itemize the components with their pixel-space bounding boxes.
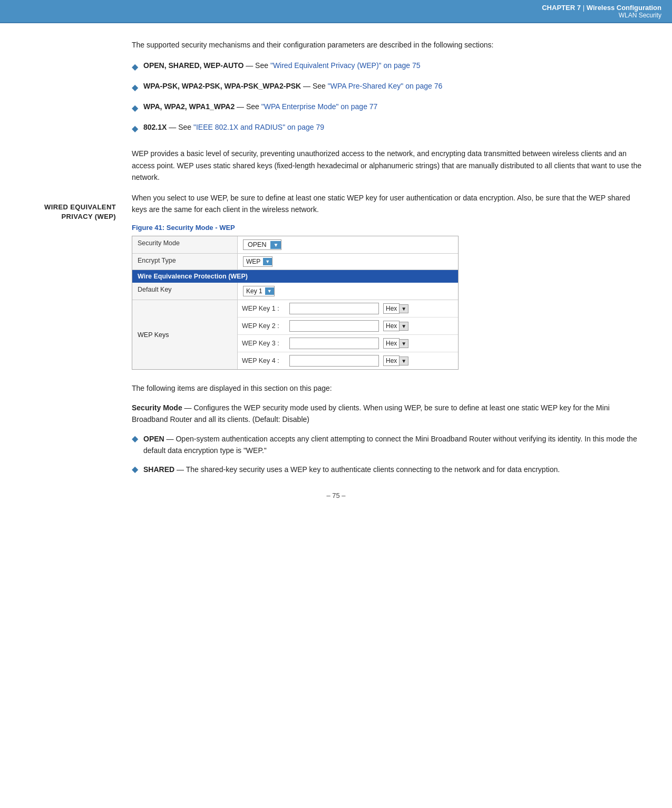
open-bold: OPEN (143, 435, 164, 443)
security-mode-desc: — Configures the WEP security mode used … (132, 403, 610, 424)
shared-bold: SHARED (143, 465, 174, 474)
link-wpa-psk[interactable]: "WPA Pre-Shared Key" on page 76 (328, 82, 442, 90)
open-desc-text: OPEN — Open-system authentication accept… (143, 433, 646, 457)
page-footer: – 75 – (0, 483, 672, 505)
wep-key-3-name: WEP Key 3 : (242, 340, 289, 347)
security-mode-label: Security Mode (132, 236, 238, 253)
bullet-icon: ◆ (132, 61, 138, 73)
shared-desc: — The shared-key security uses a WEP key… (174, 465, 560, 474)
wep-keys-section: WEP Keys WEP Key 1 : Hex ▼ WEP Key 2 : (132, 300, 458, 369)
wep-key-1-format: Hex ▼ (383, 303, 408, 314)
list-item: ◆ WPA-PSK, WPA2-PSK, WPA-PSK_WPA2-PSK — … (132, 81, 646, 94)
encrypt-type-value: WEP ▼ (238, 254, 458, 270)
list-item: ◆ 802.1X — See "IEEE 802.1X and RADIUS" … (132, 122, 646, 135)
wep-key-1-format-value: Hex (383, 303, 400, 314)
encrypt-type-row: Encrypt Type WEP ▼ (132, 254, 458, 270)
open-bullet-item: ◆ OPEN — Open-system authentication acce… (132, 433, 646, 457)
wep-key-3-format: Hex ▼ (383, 338, 408, 349)
header-title: Wireless Configuration (587, 4, 661, 12)
bullet-icon: ◆ (132, 122, 138, 135)
bullet-bold-1: OPEN, SHARED, WEP-AUTO (143, 61, 244, 70)
sidebar-section-title: WIRED EQUIVALENT PRIVACY (WEP) (11, 203, 116, 222)
wep-key-1-name: WEP Key 1 : (242, 305, 289, 312)
wep-para2: When you select to use WEP, be sure to d… (132, 192, 646, 216)
link-wep[interactable]: "Wired Equivalent Privacy (WEP)" on page… (270, 61, 421, 70)
security-mode-row: Security Mode OPEN ▼ (132, 236, 458, 254)
wep-key-4-format: Hex ▼ (383, 355, 408, 366)
header-subtitle: WLAN Security (0, 12, 661, 19)
bullet-icon: ◆ (132, 102, 138, 114)
wep-key-row-1: WEP Key 1 : Hex ▼ (238, 300, 458, 318)
left-sidebar: WIRED EQUIVALENT PRIVACY (WEP) (0, 23, 121, 483)
wep-key-4-name: WEP Key 4 : (242, 357, 289, 364)
default-key-label: Default Key (132, 283, 238, 300)
wep-key-4-format-value: Hex (383, 355, 400, 366)
wep-key-2-format-arrow-icon[interactable]: ▼ (400, 322, 408, 331)
list-item: ◆ WPA, WPA2, WPA1_WPA2 — See "WPA Enterp… (132, 101, 646, 114)
header-separator: | (583, 4, 587, 12)
wep-key-4-format-arrow-icon[interactable]: ▼ (400, 357, 408, 365)
default-key-dropdown[interactable]: Key 1 ▼ (243, 286, 275, 296)
default-key-value: Key 1 ▼ (238, 283, 458, 300)
bullet-icon: ◆ (132, 434, 138, 444)
bullet-bold-3: WPA, WPA2, WPA1_WPA2 (143, 102, 235, 111)
link-wpa-enterprise[interactable]: "WPA Enterprise Mode" on page 77 (261, 102, 378, 111)
wep-key-1-format-arrow-icon[interactable]: ▼ (400, 304, 408, 313)
link-8021x[interactable]: "IEEE 802.1X and RADIUS" on page 79 (193, 123, 324, 131)
bullet-list: ◆ OPEN, SHARED, WEP-AUTO — See "Wired Eq… (132, 60, 646, 135)
wep-key-row-2: WEP Key 2 : Hex ▼ (238, 318, 458, 335)
main-content: The supported security mechanisms and th… (121, 23, 672, 483)
wep-figure: Security Mode OPEN ▼ Encrypt Type WEP ▼ (132, 236, 459, 370)
key1-dropdown-arrow-icon: ▼ (265, 287, 274, 295)
wep-key-row-3: WEP Key 3 : Hex ▼ (238, 335, 458, 352)
bullet-text: OPEN, SHARED, WEP-AUTO — See "Wired Equi… (143, 60, 421, 71)
encrypt-type-label: Encrypt Type (132, 254, 238, 270)
wep-key-2-format-value: Hex (383, 321, 400, 331)
security-mode-desc-para: Security Mode — Configures the WEP secur… (132, 402, 646, 426)
security-mode-desc-bold: Security Mode (132, 403, 182, 412)
wep-key-3-format-arrow-icon[interactable]: ▼ (400, 339, 408, 348)
shared-desc-text: SHARED — The shared-key security uses a … (143, 464, 560, 475)
wep-key-2-format: Hex ▼ (383, 321, 408, 331)
encrypt-type-dropdown[interactable]: WEP ▼ (243, 256, 272, 267)
wep-key-3-format-value: Hex (383, 338, 400, 349)
page-header: CHAPTER 7 | Wireless Configuration WLAN … (0, 0, 672, 23)
wep-keys-label-cell: WEP Keys (132, 300, 238, 369)
open-desc: — Open-system authentication accepts any… (143, 435, 637, 455)
wep-key-4-input[interactable] (289, 355, 379, 367)
dropdown-arrow-icon: ▼ (270, 241, 281, 249)
following-items-text: The following items are displayed in thi… (132, 382, 646, 394)
chapter-label: CHAPTER 7 | Wireless Configuration (542, 3, 661, 12)
security-mode-selected: OPEN (244, 240, 270, 249)
security-mode-value: OPEN ▼ (238, 236, 458, 253)
wep-key-2-input[interactable] (289, 320, 379, 332)
bullet-icon: ◆ (132, 81, 138, 94)
bullet-text: WPA-PSK, WPA2-PSK, WPA-PSK_WPA2-PSK — Se… (143, 81, 442, 92)
page-number: – 75 – (326, 492, 345, 499)
wep-keys-label: WEP Keys (132, 300, 237, 369)
bullet-text: 802.1X — See "IEEE 802.1X and RADIUS" on… (143, 122, 324, 133)
figure-label: Figure 41: Security Mode - WEP (132, 224, 646, 232)
security-mode-dropdown[interactable]: OPEN ▼ (243, 239, 281, 250)
bullet-bold-2: WPA-PSK, WPA2-PSK, WPA-PSK_WPA2-PSK (143, 82, 301, 90)
list-item: ◆ OPEN, SHARED, WEP-AUTO — See "Wired Eq… (132, 60, 646, 73)
encrypt-dropdown-arrow-icon: ▼ (263, 258, 272, 265)
wep-key-3-input[interactable] (289, 338, 379, 349)
default-key-selected: Key 1 (244, 286, 265, 296)
page-body: WIRED EQUIVALENT PRIVACY (WEP) The suppo… (0, 23, 672, 483)
bullet-bold-4: 802.1X (143, 123, 167, 131)
wep-key-row-4: WEP Key 4 : Hex ▼ (238, 352, 458, 369)
default-key-row: Default Key Key 1 ▼ (132, 283, 458, 300)
wep-section-header: Wire Equivalence Protection (WEP) (132, 270, 458, 283)
shared-bullet-item: ◆ SHARED — The shared-key security uses … (132, 464, 646, 475)
bullet-text: WPA, WPA2, WPA1_WPA2 — See "WPA Enterpri… (143, 101, 377, 112)
wep-key-2-name: WEP Key 2 : (242, 322, 289, 330)
bullet-icon: ◆ (132, 464, 138, 474)
wep-para1: WEP provides a basic level of security, … (132, 148, 646, 183)
wep-keys-rows: WEP Key 1 : Hex ▼ WEP Key 2 : Hex ▼ (238, 300, 458, 369)
encrypt-type-selected: WEP (244, 257, 263, 266)
wep-key-1-input[interactable] (289, 303, 379, 314)
intro-paragraph: The supported security mechanisms and th… (132, 39, 646, 51)
